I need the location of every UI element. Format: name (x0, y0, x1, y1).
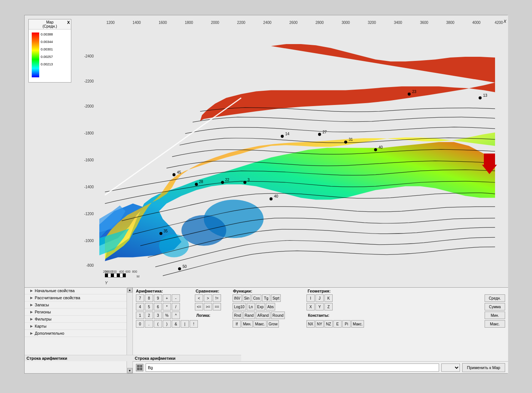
functions-section-label: Функции: (233, 289, 308, 293)
btn-div[interactable]: / (172, 303, 180, 310)
svg-text:13: 13 (483, 93, 487, 98)
grid-icon (136, 364, 143, 371)
btn-6[interactable]: 6 (154, 303, 162, 310)
svg-text:23: 23 (412, 90, 416, 94)
svg-text:-2400: -2400 (84, 54, 94, 58)
apply-to-map-button[interactable]: Применить к Map (462, 363, 505, 372)
down-arrow-indicator (482, 154, 497, 175)
btn-7[interactable]: 7 (136, 294, 144, 302)
map-svg: 1200 1400 1600 1800 2000 2200 2400 2600 … (25, 15, 508, 288)
btn-nz[interactable]: NZ (324, 320, 333, 328)
btn-ny[interactable]: NY (315, 320, 324, 328)
btn-gt[interactable]: > (204, 294, 212, 302)
btn-i[interactable]: I (307, 294, 315, 302)
btn-e[interactable]: E (333, 320, 342, 328)
svg-text:50: 50 (183, 264, 187, 268)
svg-text:28: 28 (199, 180, 203, 184)
btn-max-func[interactable]: Макс. (253, 320, 266, 328)
btn-8[interactable]: 8 (145, 294, 153, 302)
svg-rect-65 (105, 273, 108, 277)
btn-9[interactable]: 9 (154, 294, 162, 302)
legend-value-5: 0.00213 (41, 61, 53, 68)
svg-text:2000: 2000 (211, 20, 220, 24)
legend-close-button[interactable]: X (67, 20, 70, 25)
btn-nx[interactable]: NX (307, 320, 315, 328)
btn-sin[interactable]: Sin (243, 294, 251, 302)
calculator-panel: Арифметика: Сравнение: Функции: Геометри… (133, 287, 508, 373)
btn-x[interactable]: X (307, 303, 315, 310)
btn-srednee[interactable]: Средн. (485, 294, 505, 302)
btn-cos[interactable]: Cos (252, 294, 261, 302)
btn-arand[interactable]: ARand (256, 312, 270, 319)
svg-text:3600: 3600 (420, 20, 429, 24)
sidebar-item-additional[interactable]: ▶ Дополнительно (25, 330, 133, 337)
btn-0[interactable]: 0 (136, 320, 144, 328)
btn-lparen[interactable]: ( (154, 320, 162, 328)
btn-1[interactable]: 1 (136, 312, 144, 319)
sidebar-item-maps[interactable]: ▶ Карты (25, 323, 133, 330)
svg-point-42 (221, 181, 224, 184)
scroll-down-button[interactable]: ▼ (127, 368, 133, 373)
sidebar-label-calculated: Рассчитанные свойства (35, 295, 80, 300)
arithmetic-section-label: Арифметика: (136, 289, 196, 293)
sidebar-item-initial[interactable]: ▶ Начальные свойства (25, 287, 133, 294)
btn-summa[interactable]: Сумма (485, 303, 505, 310)
btn-minus[interactable]: - (172, 294, 180, 302)
btn-min[interactable]: Мин. (485, 312, 505, 319)
btn-z[interactable]: Z (324, 303, 333, 310)
sidebar-item-reserves[interactable]: ▶ Запасы (25, 301, 133, 309)
btn-gte[interactable]: >= (204, 303, 212, 310)
btn-rparen[interactable]: ) (163, 320, 171, 328)
btn-if[interactable]: If (233, 320, 241, 328)
svg-rect-69 (117, 273, 120, 277)
btn-rnd[interactable]: Rnd (233, 312, 242, 319)
btn-ln[interactable]: Ln (247, 303, 255, 310)
btn-amp[interactable]: & (172, 320, 180, 328)
svg-text:600: 600 (125, 270, 131, 273)
scroll-up-button[interactable]: ▲ (127, 287, 133, 293)
btn-excl[interactable]: ! (190, 320, 198, 328)
sidebar-item-filters[interactable]: ▶ Фильтры (25, 316, 133, 323)
btn-plus[interactable]: + (163, 294, 171, 302)
chevron-right-icon-4: ▶ (30, 310, 33, 314)
btn-3[interactable]: 3 (154, 312, 162, 319)
btn-min-func[interactable]: Мин. (242, 320, 253, 328)
svg-text:31: 31 (349, 137, 353, 142)
btn-dot[interactable]: . (145, 320, 153, 328)
formula-dropdown[interactable] (441, 363, 460, 372)
sidebar-label-filters: Фильтры (35, 317, 52, 321)
btn-pct[interactable]: % (163, 312, 171, 319)
btn-max-right[interactable]: Макс. (351, 320, 364, 328)
sidebar-item-regions[interactable]: ▶ Регионы (25, 309, 133, 316)
sidebar-item-calculated[interactable]: ▶ Рассчитанные свойства (25, 294, 133, 301)
btn-eq[interactable]: == (213, 303, 221, 310)
btn-exp[interactable]: Exp (256, 303, 265, 310)
btn-y[interactable]: Y (315, 303, 324, 310)
svg-text:2600: 2600 (289, 20, 298, 24)
btn-grow[interactable]: Grow (267, 320, 279, 328)
btn-pipe[interactable]: | (181, 320, 189, 328)
btn-max-top[interactable]: Макс. (485, 320, 505, 328)
btn-sqrt[interactable]: Sqrt (271, 294, 281, 302)
btn-pi[interactable]: Pi (342, 320, 351, 328)
btn-lte[interactable]: <= (195, 303, 203, 310)
btn-inv[interactable]: INV (233, 294, 242, 302)
btn-5[interactable]: 5 (145, 303, 153, 310)
btn-abs[interactable]: Abs (266, 303, 275, 310)
btn-ne[interactable]: != (213, 294, 221, 302)
btn-lt[interactable]: < (195, 294, 203, 302)
svg-marker-30 (200, 44, 495, 121)
btn-log10[interactable]: Log10 (233, 303, 246, 310)
btn-j[interactable]: J (315, 294, 324, 302)
formula-input[interactable]: Bg (146, 363, 439, 372)
btn-rand[interactable]: Rand (243, 312, 255, 319)
btn-round[interactable]: Round (271, 312, 285, 319)
svg-text:-1200: -1200 (84, 212, 94, 216)
btn-mul[interactable]: * (163, 303, 171, 310)
btn-tg[interactable]: Tg (262, 294, 270, 302)
btn-2[interactable]: 2 (145, 312, 153, 319)
map-area: Map (Средн.) X 0.00388 0.00344 0.00301 0… (25, 15, 508, 288)
btn-power[interactable]: ^ (172, 312, 180, 319)
btn-k[interactable]: K (324, 294, 333, 302)
btn-4[interactable]: 4 (136, 303, 144, 310)
